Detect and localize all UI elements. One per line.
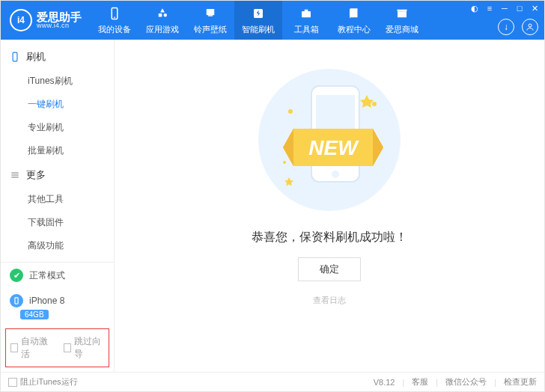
svg-point-15 bbox=[372, 102, 377, 106]
separator: | bbox=[494, 378, 496, 387]
nav-label: 铃声壁纸 bbox=[194, 24, 227, 35]
sidebar-group-flash: 刷机 bbox=[1, 44, 114, 70]
skin-button[interactable]: ◐ bbox=[469, 3, 480, 13]
success-message: 恭喜您，保资料刷机成功啦！ bbox=[252, 230, 407, 245]
music-icon bbox=[203, 6, 218, 21]
close-button[interactable]: ✕ bbox=[529, 3, 540, 13]
confirm-button[interactable]: 确定 bbox=[298, 257, 361, 281]
window-controls: ◐ ≡ ─ □ ✕ bbox=[469, 3, 540, 13]
app-name: 爱思助手 bbox=[37, 11, 82, 22]
phone-icon bbox=[107, 6, 122, 21]
nav-label: 教程中心 bbox=[338, 24, 371, 35]
svg-rect-5 bbox=[302, 11, 311, 17]
nav-label: 应用游戏 bbox=[146, 24, 179, 35]
sidebar-item-batch-flash[interactable]: 批量刷机 bbox=[1, 139, 114, 162]
svg-rect-3 bbox=[208, 15, 213, 16]
sidebar-group-more: 更多 bbox=[1, 162, 114, 188]
header-right: ↓ bbox=[498, 19, 538, 35]
menu-button[interactable]: ≡ bbox=[484, 3, 495, 13]
svg-rect-6 bbox=[305, 9, 308, 10]
nav-label: 智能刷机 bbox=[242, 24, 275, 35]
sidebar: 刷机 iTunes刷机 一键刷机 专业刷机 批量刷机 更多 其他工具 下载固件 … bbox=[1, 40, 115, 372]
svg-rect-2 bbox=[207, 9, 215, 15]
nav-toolbox[interactable]: 工具箱 bbox=[282, 1, 330, 40]
checkbox-label: 自动激活 bbox=[21, 335, 51, 361]
status-icon: ✔ bbox=[10, 269, 23, 282]
device-name: iPhone 8 bbox=[29, 295, 64, 306]
sidebar-item-pro-flash[interactable]: 专业刷机 bbox=[1, 116, 114, 139]
phone-icon bbox=[10, 52, 20, 62]
minimize-button[interactable]: ─ bbox=[499, 3, 510, 13]
separator: | bbox=[402, 378, 404, 387]
sidebar-item-other-tools[interactable]: 其他工具 bbox=[1, 188, 114, 211]
nav-label: 工具箱 bbox=[294, 24, 319, 35]
titlebar: i4 爱思助手 www.i4.cn 我的设备 应用游戏 铃声壁纸 智能刷机 bbox=[1, 1, 544, 40]
update-link[interactable]: 检查更新 bbox=[504, 376, 537, 388]
svg-point-16 bbox=[283, 161, 286, 164]
svg-point-19 bbox=[332, 171, 339, 178]
svg-rect-12 bbox=[15, 298, 18, 304]
wechat-link[interactable]: 微信公众号 bbox=[445, 376, 487, 388]
toolbox-icon bbox=[299, 6, 314, 21]
app-window: i4 爱思助手 www.i4.cn 我的设备 应用游戏 铃声壁纸 智能刷机 bbox=[0, 0, 545, 392]
checkbox-icon bbox=[10, 343, 18, 352]
sidebar-bottom: ✔ 正常模式 iPhone 8 64GB bbox=[1, 262, 114, 325]
support-link[interactable]: 客服 bbox=[412, 376, 428, 388]
apps-icon bbox=[155, 6, 170, 21]
sidebar-item-advanced[interactable]: 高级功能 bbox=[1, 234, 114, 257]
flash-icon bbox=[251, 6, 266, 21]
maximize-button[interactable]: □ bbox=[514, 3, 525, 13]
checkbox-block-itunes[interactable]: 阻止iTunes运行 bbox=[8, 376, 78, 388]
body: 刷机 iTunes刷机 一键刷机 专业刷机 批量刷机 更多 其他工具 下载固件 … bbox=[1, 40, 544, 372]
store-icon bbox=[395, 6, 409, 21]
highlight-box: 自动激活 跳过向导 bbox=[5, 328, 109, 367]
sidebar-item-firmware[interactable]: 下载固件 bbox=[1, 211, 114, 234]
device-mode[interactable]: ✔ 正常模式 bbox=[1, 263, 114, 288]
nav-store[interactable]: 爱思商城 bbox=[378, 1, 426, 40]
sidebar-item-oneclick-flash[interactable]: 一键刷机 bbox=[1, 93, 114, 116]
checkbox-icon bbox=[64, 343, 71, 352]
group-title: 刷机 bbox=[26, 50, 46, 64]
checkbox-label: 阻止iTunes运行 bbox=[20, 376, 78, 388]
device-storage-badge: 64GB bbox=[20, 310, 49, 319]
list-icon bbox=[10, 170, 20, 180]
device-icon bbox=[10, 294, 23, 307]
account-button[interactable] bbox=[522, 19, 538, 35]
checkbox-label: 跳过向导 bbox=[74, 335, 104, 361]
statusbar: 阻止iTunes运行 V8.12 | 客服 | 微信公众号 | 检查更新 bbox=[1, 372, 544, 391]
nav-label: 我的设备 bbox=[98, 24, 131, 35]
app-url: www.i4.cn bbox=[37, 22, 82, 29]
view-log-link[interactable]: 查看日志 bbox=[313, 295, 346, 306]
nav-apps[interactable]: 应用游戏 bbox=[138, 1, 186, 40]
svg-rect-8 bbox=[13, 52, 17, 61]
separator: | bbox=[436, 378, 438, 387]
svg-point-14 bbox=[288, 109, 293, 114]
success-illustration: NEW bbox=[255, 65, 404, 215]
checkbox-icon bbox=[8, 378, 17, 387]
device-info[interactable]: iPhone 8 bbox=[1, 288, 114, 309]
nav-flash[interactable]: 智能刷机 bbox=[234, 1, 282, 40]
svg-text:NEW: NEW bbox=[308, 136, 359, 159]
logo-icon: i4 bbox=[10, 9, 32, 31]
main-panel: NEW 恭喜您，保资料刷机成功啦！ 确定 查看日志 bbox=[115, 40, 544, 372]
download-button[interactable]: ↓ bbox=[498, 19, 514, 35]
checkbox-auto-activate[interactable]: 自动激活 bbox=[10, 335, 52, 361]
nav-my-device[interactable]: 我的设备 bbox=[91, 1, 138, 40]
group-title: 更多 bbox=[26, 168, 46, 182]
sidebar-item-itunes-flash[interactable]: iTunes刷机 bbox=[1, 70, 114, 93]
svg-point-7 bbox=[529, 24, 532, 27]
app-logo: i4 爱思助手 www.i4.cn bbox=[1, 1, 91, 40]
device-mode-label: 正常模式 bbox=[29, 269, 65, 282]
version-label: V8.12 bbox=[374, 378, 395, 387]
nav-tutorial[interactable]: 教程中心 bbox=[330, 1, 378, 40]
checkbox-skip-guide[interactable]: 跳过向导 bbox=[64, 335, 105, 361]
book-icon bbox=[347, 6, 362, 21]
nav-ringtone[interactable]: 铃声壁纸 bbox=[186, 1, 234, 40]
nav-label: 爱思商城 bbox=[386, 24, 418, 35]
